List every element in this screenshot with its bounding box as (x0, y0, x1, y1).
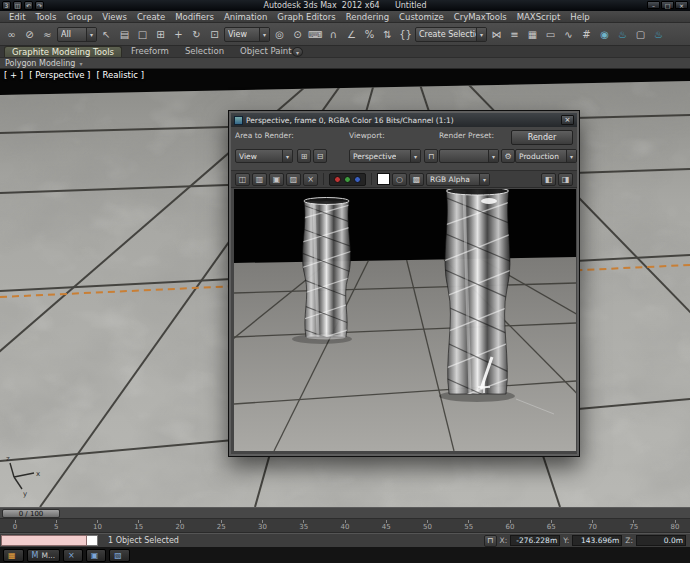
menu-item[interactable]: Rendering (341, 12, 394, 22)
save-file-icon[interactable]: ◫ (13, 1, 22, 10)
max-logo-icon[interactable]: 3 (2, 1, 11, 10)
viewport-pov-menu[interactable]: [ Perspective ] (29, 70, 90, 80)
keyboard-shortcut-override-icon[interactable]: ⌨ (307, 26, 324, 43)
viewport-dropdown[interactable]: Perspective▾ (349, 149, 421, 163)
maxscript-mini-listener[interactable] (1, 535, 87, 546)
menu-item[interactable]: Graph Editors (272, 12, 340, 22)
render-window-title-bar[interactable]: Perspective, frame 0, RGBA Color 16 Bits… (231, 113, 577, 127)
area-to-render-dropdown[interactable]: View▾ (235, 149, 293, 163)
unlink-selection-icon[interactable]: ⊘ (21, 26, 38, 43)
menu-item[interactable]: Help (565, 12, 594, 22)
select-and-move-icon[interactable]: + (170, 26, 187, 43)
auto-region-icon[interactable]: ⊟ (313, 149, 327, 163)
z-coordinate-field[interactable]: 0.0m (636, 535, 686, 546)
time-slider-handle[interactable]: 0 / 100 (2, 509, 60, 518)
display-mode-icon[interactable]: ◨ (558, 173, 573, 186)
maximize-button[interactable]: □ (661, 1, 674, 9)
redo-icon[interactable]: ↷ (35, 1, 44, 10)
viewport-shading-menu[interactable]: [ Realistic ] (96, 70, 144, 80)
bind-to-space-warp-icon[interactable]: ≈ (39, 26, 56, 43)
render-frame-window[interactable]: Perspective, frame 0, RGBA Color 16 Bits… (228, 110, 580, 457)
rendered-frame-window-icon[interactable]: ▢ (632, 26, 649, 43)
graphite-ribbon-toggle-icon[interactable]: ▭ (542, 26, 559, 43)
taskbar-close-button[interactable]: × (63, 549, 83, 562)
production-mode-dropdown[interactable]: Production▾ (515, 149, 577, 163)
use-pivot-center-icon[interactable]: ◎ (271, 26, 288, 43)
selection-filter-dropdown[interactable]: All▾ (57, 27, 97, 42)
rendered-image-canvas[interactable] (234, 189, 576, 451)
select-and-manipulate-icon[interactable]: ⊙ (289, 26, 306, 43)
blue-channel-button[interactable] (354, 176, 361, 183)
lock-viewport-icon[interactable]: ⊓ (424, 149, 438, 163)
menu-item[interactable]: Group (61, 12, 97, 22)
menu-item[interactable]: Views (97, 12, 132, 22)
taskbar-window-button-2[interactable]: ▧ (109, 549, 130, 562)
render-setup-shortcut-icon[interactable]: ⚙ (501, 149, 515, 163)
background-color-swatch[interactable] (377, 173, 390, 185)
curve-editor-icon[interactable]: ∿ (560, 26, 577, 43)
select-object-icon[interactable]: ↖ (98, 26, 115, 43)
named-selection-set-dropdown[interactable]: Create Selection S▾ (415, 27, 487, 42)
save-image-icon[interactable]: ◫ (235, 173, 250, 186)
menu-item[interactable]: MAXScript (512, 12, 566, 22)
window-crossing-icon[interactable]: ⊞ (152, 26, 169, 43)
select-by-name-icon[interactable]: ▤ (116, 26, 133, 43)
time-slider[interactable]: 0 / 100 (0, 507, 690, 519)
menu-item[interactable]: Create (132, 12, 170, 22)
edit-named-selection-sets-icon[interactable]: {} (397, 26, 414, 43)
taskbar-3dsmax-button[interactable]: M M... (27, 549, 61, 562)
rectangular-selection-region-icon[interactable]: □ (134, 26, 151, 43)
render-setup-icon[interactable]: ♨ (614, 26, 631, 43)
menu-item[interactable]: Animation (219, 12, 272, 22)
green-channel-button[interactable] (344, 176, 351, 183)
material-editor-icon[interactable]: ◉ (596, 26, 613, 43)
render-production-icon[interactable]: ♨ (650, 26, 667, 43)
menu-item[interactable]: CryMaxTools (449, 12, 512, 22)
ribbon-tab[interactable]: Selection (178, 46, 231, 57)
select-and-link-icon[interactable]: ∞ (3, 26, 20, 43)
maxscript-mini-listener-output[interactable] (87, 535, 98, 546)
viewport-general-menu[interactable]: [ + ] (4, 70, 23, 80)
x-coordinate-field[interactable]: -276.228m (510, 535, 560, 546)
menu-item[interactable]: Edit (4, 12, 30, 22)
undo-icon[interactable]: ↶ (24, 1, 33, 10)
edit-region-icon[interactable]: ⊞ (297, 149, 311, 163)
ribbon-collapse-icon[interactable]: ▾ (292, 47, 303, 57)
ribbon-tab[interactable]: Object Paint (233, 46, 298, 57)
minimize-button[interactable]: – (647, 1, 660, 9)
red-channel-button[interactable] (334, 176, 341, 183)
close-button[interactable]: × (675, 1, 688, 9)
color-correction-icon[interactable]: ◧ (541, 173, 556, 186)
alpha-channel-icon[interactable]: ▩ (409, 173, 424, 186)
ribbon-tab[interactable]: Freeform (124, 46, 176, 57)
menu-item[interactable]: Modifiers (170, 12, 219, 22)
clone-window-icon[interactable]: ▣ (269, 173, 284, 186)
polygon-modeling-tab[interactable]: Polygon Modeling (5, 59, 75, 68)
select-and-rotate-icon[interactable]: ↻ (188, 26, 205, 43)
absolute-offset-toggle-icon[interactable]: ⊓ (484, 535, 497, 547)
render-window-close-button[interactable]: × (561, 115, 574, 125)
mirror-icon[interactable]: ⋈ (488, 26, 505, 43)
monochrome-icon[interactable]: ○ (392, 173, 407, 186)
menu-item[interactable]: Tools (30, 12, 61, 22)
schematic-view-icon[interactable]: # (578, 26, 595, 43)
copy-image-icon[interactable]: ▥ (252, 173, 267, 186)
clear-image-icon[interactable]: × (303, 173, 318, 186)
select-and-scale-icon[interactable]: ⊡ (206, 26, 223, 43)
track-bar[interactable]: 0 5 10 15 20 (0, 519, 690, 533)
spinner-snap-icon[interactable]: ⇅ (379, 26, 396, 43)
angle-snap-icon[interactable]: ∠ (343, 26, 360, 43)
print-image-icon[interactable]: ▨ (286, 173, 301, 186)
y-coordinate-field[interactable]: 143.696m (572, 535, 622, 546)
menu-item[interactable]: Customize (394, 12, 449, 22)
align-icon[interactable]: ≡ (506, 26, 523, 43)
snaps-toggle-icon[interactable]: ∩ (325, 26, 342, 43)
reference-coordinate-dropdown[interactable]: View▾ (224, 27, 270, 42)
taskbar-window-button[interactable]: ▣ (86, 549, 107, 562)
percent-snap-icon[interactable]: % (361, 26, 378, 43)
render-preset-dropdown[interactable]: ▾ (439, 149, 499, 163)
channel-display-dropdown[interactable]: RGB Alpha▾ (426, 173, 490, 186)
render-button[interactable]: Render (511, 130, 573, 145)
layer-manager-icon[interactable]: ▦ (524, 26, 541, 43)
ribbon-tab[interactable]: Graphite Modeling Tools (4, 46, 122, 57)
